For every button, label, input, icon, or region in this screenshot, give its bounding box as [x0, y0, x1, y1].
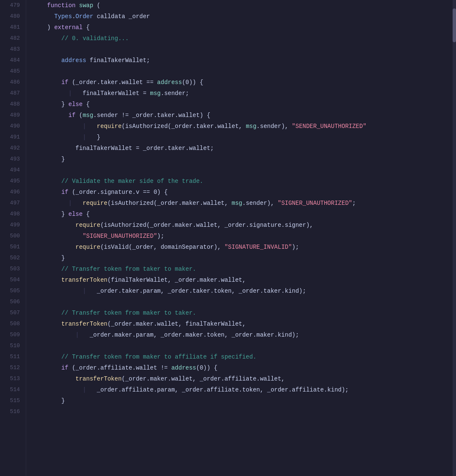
indent-marker: | — [68, 329, 83, 340]
code-line: | require(isAuthorized(_order.taker.wall… — [33, 121, 456, 132]
token: .sender), — [256, 121, 292, 132]
scrollbar[interactable] — [453, 0, 456, 476]
token: _order.taker.param, _order.taker.token, … — [90, 286, 306, 296]
token: msg — [83, 110, 93, 121]
token: address — [61, 55, 86, 66]
line-number: 495 — [0, 176, 20, 187]
code-line: if (_order.affiliate.wallet != address(0… — [33, 362, 456, 373]
code-line: function swap ( — [33, 0, 456, 11]
token — [33, 11, 47, 22]
token: } — [61, 209, 68, 220]
code-line — [33, 406, 456, 417]
token: ( — [76, 110, 83, 121]
token: } — [61, 395, 65, 406]
token: (_order.taker.wallet == — [68, 77, 157, 88]
line-number: 498 — [0, 209, 20, 220]
token: (0)) { — [196, 362, 217, 373]
token: swap — [79, 0, 93, 11]
code-line: } else { — [33, 99, 456, 110]
token — [33, 187, 61, 198]
code-line: transferToken(_order.maker.wallet, final… — [33, 318, 456, 329]
line-number: 482 — [0, 33, 20, 44]
code-line: | require(isAuthorized(_order.maker.wall… — [33, 198, 456, 209]
token: (isValid(_order, domainSeparator), — [100, 242, 225, 253]
token — [33, 264, 61, 275]
line-number: 497 — [0, 198, 20, 209]
code-line: finalTakerWallet = _order.taker.wallet; — [33, 143, 456, 154]
token — [33, 220, 68, 231]
code-line: | _order.maker.param, _order.maker.token… — [33, 329, 456, 340]
token: if — [61, 77, 68, 88]
scrollbar-thumb[interactable] — [453, 8, 456, 42]
token: // Validate the maker side of the trade. — [61, 176, 203, 187]
token — [33, 132, 76, 143]
line-number: 490 — [0, 121, 20, 132]
token: "SENDER_UNAUTHORIZED" — [292, 121, 366, 132]
line-number: 491 — [0, 132, 20, 143]
token — [33, 55, 61, 66]
line-number: 501 — [0, 242, 20, 253]
token: transferToken — [61, 275, 107, 286]
token: msg — [246, 121, 256, 132]
token — [33, 99, 61, 110]
token — [33, 384, 76, 395]
token — [33, 395, 61, 406]
token: ); — [157, 231, 164, 242]
token: // Transfer token from maker to affiliat… — [61, 351, 256, 362]
code-line: if (_order.signature.v == 0) { — [33, 187, 456, 198]
line-number: 486 — [0, 77, 20, 88]
token — [76, 0, 79, 11]
token: require — [68, 220, 100, 231]
token: (isAuthorized(_order.maker.wallet, _orde… — [100, 220, 313, 231]
indent-marker: | — [76, 286, 90, 296]
token: .sender), — [242, 198, 278, 209]
token — [33, 110, 68, 121]
token: external — [54, 22, 82, 33]
line-number: 515 — [0, 395, 20, 406]
token: } — [61, 253, 65, 264]
code-line: // Transfer token from taker to maker. — [33, 264, 456, 275]
code-line — [33, 165, 456, 176]
token: else — [68, 99, 83, 110]
line-number: 483 — [0, 44, 20, 55]
token — [33, 77, 61, 88]
token: ); — [292, 242, 299, 253]
indent-marker: | — [61, 198, 76, 209]
line-number: 516 — [0, 406, 20, 417]
line-number: 479 — [0, 0, 20, 11]
line-number: 504 — [0, 275, 20, 286]
code-line — [33, 296, 456, 307]
code-line: } — [33, 395, 456, 406]
token: .sender != _order.taker.wallet) { — [93, 110, 210, 121]
line-number: 494 — [0, 165, 20, 176]
token: require — [90, 121, 122, 132]
token — [33, 253, 61, 264]
line-number: 514 — [0, 384, 20, 395]
token: ) — [47, 22, 54, 33]
line-number: 513 — [0, 373, 20, 384]
token: (finalTakerWallet, _order.maker.wallet, — [107, 275, 246, 286]
line-number: 508 — [0, 318, 20, 329]
code-line — [33, 44, 456, 55]
code-line: address finalTakerWallet; — [33, 55, 456, 66]
line-number: 511 — [0, 351, 20, 362]
line-number: 512 — [0, 362, 20, 373]
token: { — [83, 22, 90, 33]
token: Types — [47, 11, 72, 22]
line-number: 488 — [0, 99, 20, 110]
token: // 0. validating... — [61, 33, 129, 44]
token: else — [68, 209, 83, 220]
token: msg — [232, 198, 242, 209]
code-area[interactable]: function swap ( Types.Order calldata _or… — [26, 0, 456, 476]
code-line: | _order.taker.param, _order.taker.token… — [33, 286, 456, 296]
line-number: 480 — [0, 11, 20, 22]
code-line: | _order.affiliate.param, _order.affilia… — [33, 384, 456, 395]
token: (_order.affiliate.wallet != — [68, 362, 171, 373]
token — [33, 231, 76, 242]
token — [33, 307, 61, 318]
token: (0)) { — [182, 77, 203, 88]
token: if — [68, 110, 76, 121]
token — [33, 329, 68, 340]
token: { — [83, 209, 90, 220]
indent-marker: | — [76, 132, 90, 143]
